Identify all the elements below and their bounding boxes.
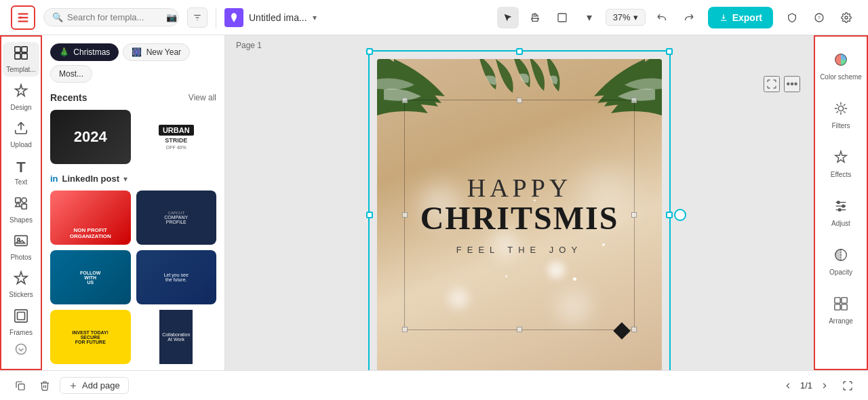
christmas-emoji: 🎄 [59,47,69,57]
recents-header: Recents View all [50,92,216,103]
linkedin-header: in LinkedIn post ▾ [50,174,216,184]
handle-ml[interactable] [366,212,373,218]
template-panel: 🎄 Christmas 🎆 New Year Most... Recents V… [42,35,225,370]
shapes-icon [14,196,28,214]
template-item[interactable]: 2024 [50,110,131,164]
page-navigation: 1/1 [780,378,833,394]
photos-icon [14,233,28,252]
adjust-label: Adjust [831,220,850,227]
handle-mr[interactable] [666,212,673,218]
svg-rect-36 [835,304,840,310]
svg-rect-37 [842,304,847,310]
svg-rect-35 [842,298,847,303]
prev-page-button[interactable] [780,378,796,394]
sidebar-item-photos[interactable]: Photos [3,230,39,264]
canvas-frame[interactable]: HAPPY CHRItSMIS FEEL THE JOY [374,56,665,370]
right-tool-adjust[interactable]: Adjust [818,191,864,235]
tab-most[interactable]: Most... [50,65,92,83]
shield-button[interactable] [781,7,803,28]
sidebar-item-upload[interactable]: Upload [3,117,39,152]
template-item[interactable]: NON PROFITORGANIZATION [50,191,131,245]
filter-button[interactable] [187,7,208,28]
right-tool-color-scheme[interactable]: Color scheme [818,45,864,88]
sidebar-frames-label: Frames [9,329,33,336]
template-item[interactable]: INVEST TODAY!SECUREFOR FUTURE [50,310,131,364]
sidebar-shapes-label: Shapes [9,216,33,224]
upload-icon [14,121,28,139]
right-sidebar: Color scheme Filters Effects [814,35,868,370]
sidebar-design-label: Design [10,104,31,111]
undo-button[interactable] [651,7,673,28]
recents-title: Recents [50,92,87,103]
redo-button[interactable] [678,7,700,28]
help-button[interactable]: ? [808,7,830,28]
sidebar-item-design[interactable]: Design [3,79,39,114]
right-tool-filters[interactable]: Filters [818,94,864,137]
right-tool-arrange[interactable]: Arrange [818,289,864,332]
card-headline2: CHRItSMIS [420,201,619,237]
sidebar-chevron[interactable] [14,342,28,358]
export-label: Export [732,12,762,23]
frame-tool[interactable] [551,7,573,28]
templates-icon [14,45,28,64]
opacity-label: Opacity [829,268,852,276]
right-tool-opacity[interactable]: Opacity [818,240,864,283]
app-logo[interactable] [11,5,35,30]
add-page-button[interactable]: Add page [60,377,129,394]
file-icon [224,8,243,27]
sidebar-item-text[interactable]: T Text [3,155,39,189]
svg-point-10 [845,16,848,19]
sidebar-item-stickers[interactable]: Stickers [3,267,39,302]
canvas-header: Page 1 [225,35,814,56]
frames-icon [14,308,28,327]
svg-point-32 [838,209,841,212]
svg-rect-17 [22,204,26,209]
svg-point-22 [16,344,26,355]
search-input[interactable] [67,12,162,22]
tab-newyear[interactable]: 🎆 New Year [123,43,190,61]
divider [216,7,216,28]
zoom-dropdown-icon: ▾ [633,12,638,22]
adjust-icon [833,199,848,217]
template-item[interactable]: FOLLOWWITHUS [50,250,131,304]
template-item[interactable]: CAPCUT COMPANYPROFILE [136,191,217,245]
next-page-button[interactable] [816,378,833,394]
most-label: Most... [59,69,83,79]
right-tool-effects[interactable]: Effects [818,142,864,186]
zoom-control[interactable]: 37% ▾ [606,9,646,26]
sidebar-item-templates[interactable]: Templat... [3,42,39,77]
svg-rect-7 [558,14,566,22]
sidebar-item-frames[interactable]: Frames [3,305,39,340]
settings-button[interactable] [835,7,857,28]
file-dropdown[interactable]: ▾ [313,13,317,22]
linkedin-grid: NON PROFITORGANIZATION CAPCUT COMPANYPRO… [50,191,216,364]
svg-rect-20 [15,310,27,322]
duplicate-page-button[interactable] [11,376,30,395]
search-bar[interactable]: 🔍 📷 [43,8,179,26]
template-item[interactable]: URBAN STRIDE OFF 40% [136,110,217,164]
left-sidebar: Templat... Design Upload T [0,35,42,370]
filters-label: Filters [831,122,850,129]
linkedin-dropdown[interactable]: ▾ [123,174,127,184]
pine-branches-svg [377,59,662,147]
fullscreen-button[interactable] [838,376,857,395]
svg-rect-21 [18,312,25,319]
topbar-right-icons: ? [781,7,857,28]
christmas-card[interactable]: HAPPY CHRItSMIS FEEL THE JOY [377,59,662,370]
sidebar-photos-label: Photos [10,254,31,261]
view-all-button[interactable]: View all [189,93,216,102]
export-button[interactable]: Export [708,7,773,28]
frame-dropdown[interactable]: ▾ [578,7,600,28]
sidebar-item-shapes[interactable]: Shapes [3,193,39,227]
newyear-label: New Year [146,47,181,57]
template-item[interactable]: CollaborationAt Work [136,310,217,364]
tmpl-brand: URBAN [159,125,194,136]
hand-tool[interactable] [524,7,546,28]
rotate-handle[interactable] [674,209,686,221]
select-tool[interactable] [497,7,519,28]
template-item[interactable]: Let you seethe future. [136,250,217,304]
delete-page-button[interactable] [35,376,54,395]
tab-christmas[interactable]: 🎄 Christmas [50,43,119,61]
tmpl-text: NON PROFITORGANIZATION [50,227,131,239]
page-count: 1/1 [800,380,812,391]
